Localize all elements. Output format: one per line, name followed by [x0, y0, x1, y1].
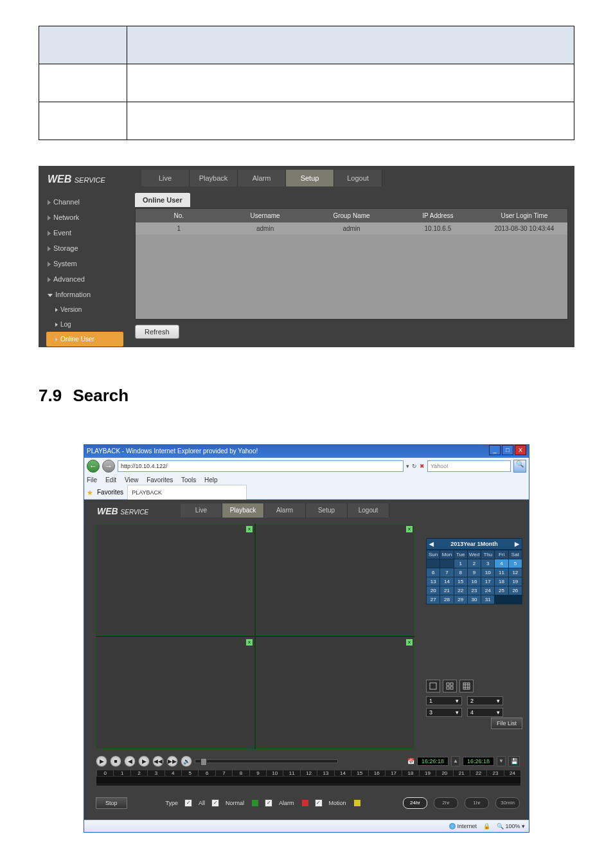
cal-day[interactable]: 8 [454, 568, 467, 577]
stop-button[interactable]: ■ [110, 755, 121, 767]
back-button[interactable]: ← [87, 460, 100, 473]
cal-day[interactable]: 25 [495, 586, 508, 595]
sidebar-item-version[interactable]: Version [46, 302, 123, 317]
sidebar-item-channel[interactable]: Channel [46, 194, 123, 210]
cal-day[interactable]: 3 [481, 559, 494, 568]
cal-day[interactable]: 4 [495, 559, 508, 568]
cal-day[interactable]: 20 [427, 586, 440, 595]
search-input[interactable]: Yahoo! [427, 460, 511, 472]
cal-day[interactable]: 17 [481, 577, 494, 586]
cal-day[interactable]: 30 [468, 595, 481, 604]
zoom-indicator[interactable]: 🔍 100% ▾ [497, 823, 525, 829]
calendar-grid[interactable]: SunMonTueWedThuFriSat1234567891011121314… [426, 550, 522, 604]
close-icon[interactable]: X [515, 445, 526, 455]
menu-edit[interactable]: Edit [105, 476, 116, 484]
video-pane-3[interactable]: x [96, 637, 254, 749]
sidebar-item-information[interactable]: Information [46, 287, 123, 302]
tab-alarm[interactable]: Alarm [238, 170, 286, 186]
cal-prev-icon[interactable]: ◀ [429, 541, 434, 547]
time-step-down[interactable]: ▼ [497, 756, 506, 766]
cal-day[interactable]: 11 [495, 568, 508, 577]
tab-live[interactable]: Live [141, 170, 190, 186]
zoom-24hr-button[interactable]: 24hr [403, 797, 427, 809]
sidebar-item-storage[interactable]: Storage [46, 240, 123, 256]
sidebar-item-log[interactable]: Log [46, 317, 123, 332]
split-1-icon[interactable] [426, 680, 440, 692]
cal-day[interactable]: 9 [468, 568, 481, 577]
cal-day[interactable]: 26 [509, 586, 522, 595]
split-9-icon[interactable] [459, 680, 474, 692]
split-4-icon[interactable] [443, 680, 457, 692]
cal-day[interactable]: 7 [440, 568, 453, 577]
tab-setup[interactable]: Setup [306, 503, 348, 518]
cal-day[interactable]: 28 [440, 595, 453, 604]
sidebar-item-online-user[interactable]: Online User [46, 332, 123, 347]
channel-select-3[interactable]: 3▾ [426, 708, 462, 717]
cal-day[interactable]: 24 [481, 586, 494, 595]
time-goto[interactable]: 16:26:18 [463, 757, 494, 766]
search-go-button[interactable]: 🔍 [513, 460, 526, 473]
cal-day[interactable]: 2 [468, 559, 481, 568]
slow-button[interactable]: ◀◀ [152, 755, 164, 767]
cal-day[interactable]: 15 [454, 577, 467, 586]
maximize-icon[interactable]: □ [502, 445, 513, 455]
cal-day[interactable]: 12 [509, 568, 522, 577]
menu-favorites[interactable]: Favorites [147, 476, 173, 484]
url-input[interactable]: http://10.10.4.122/ [118, 460, 404, 472]
volume-slider[interactable] [195, 759, 338, 763]
channel-select-4[interactable]: 4▾ [467, 708, 503, 717]
cal-day[interactable]: 29 [454, 595, 467, 604]
tab-logout[interactable]: Logout [334, 170, 382, 186]
tab-playback[interactable]: Playback [190, 170, 238, 186]
minimize-icon[interactable]: _ [489, 445, 501, 455]
sidebar-item-event[interactable]: Event [46, 225, 123, 240]
save-snapshot-icon[interactable]: 💾 [508, 756, 520, 766]
close-pane-icon[interactable]: x [406, 526, 413, 532]
time-step-up[interactable]: ▲ [451, 756, 460, 766]
timeline[interactable]: 0123456789101112131415161718192021222324 [96, 770, 521, 786]
sidebar-item-network[interactable]: Network [46, 210, 123, 225]
channel-select-2[interactable]: 2▾ [467, 696, 503, 705]
zoom-2hr-button[interactable]: 2hr [434, 797, 458, 809]
tab-setup[interactable]: Setup [286, 170, 334, 186]
menu-help[interactable]: Help [204, 476, 218, 484]
cal-day[interactable]: 6 [427, 568, 440, 577]
cal-day[interactable]: 22 [454, 586, 467, 595]
tab-alarm[interactable]: Alarm [264, 503, 306, 518]
sidebar-item-system[interactable]: System [46, 256, 123, 271]
slider-thumb[interactable] [200, 758, 207, 766]
zoom-1hr-button[interactable]: 1hr [465, 797, 489, 809]
close-pane-icon[interactable]: x [246, 639, 253, 646]
cal-day[interactable]: 5 [509, 559, 522, 568]
cal-day[interactable]: 1 [454, 559, 467, 568]
stop-all-button[interactable]: Stop [96, 797, 127, 809]
cal-day[interactable]: 10 [481, 568, 494, 577]
cal-next-icon[interactable]: ▶ [515, 541, 519, 547]
table-row[interactable]: 1 admin admin 10.10.6.5 2013-08-30 10:43… [136, 222, 567, 235]
frame-back-button[interactable]: ◀ [124, 755, 136, 767]
close-pane-icon[interactable]: x [246, 526, 253, 532]
checkbox-normal[interactable]: ✓ [211, 799, 219, 807]
sidebar-item-advanced[interactable]: Advanced [46, 271, 123, 287]
close-pane-icon[interactable]: x [406, 639, 413, 646]
menu-file[interactable]: File [87, 476, 97, 484]
cal-day[interactable]: 18 [495, 577, 508, 586]
tab-playback[interactable]: Playback [222, 503, 264, 518]
content-tab-online-user[interactable]: Online User [135, 193, 190, 207]
tab-logout[interactable]: Logout [348, 503, 389, 518]
star-icon[interactable]: ★ [87, 486, 93, 499]
checkbox-alarm[interactable]: ✓ [265, 799, 272, 807]
frame-fwd-button[interactable]: ▶ [138, 755, 150, 767]
cal-day[interactable]: 21 [440, 586, 453, 595]
forward-button[interactable]: → [102, 460, 115, 473]
channel-select-1[interactable]: 1▾ [426, 696, 462, 705]
play-button[interactable]: ▶ [96, 755, 107, 767]
menu-view[interactable]: View [125, 476, 139, 484]
tab-live[interactable]: Live [181, 503, 222, 518]
fast-button[interactable]: ▶▶ [166, 755, 178, 767]
menu-tools[interactable]: Tools [181, 476, 196, 484]
checkbox-all[interactable]: ✓ [184, 799, 192, 807]
video-pane-4[interactable]: x [256, 637, 414, 749]
checkbox-motion[interactable]: ✓ [315, 799, 323, 807]
browser-tab[interactable]: PLAYBACK [127, 485, 247, 500]
